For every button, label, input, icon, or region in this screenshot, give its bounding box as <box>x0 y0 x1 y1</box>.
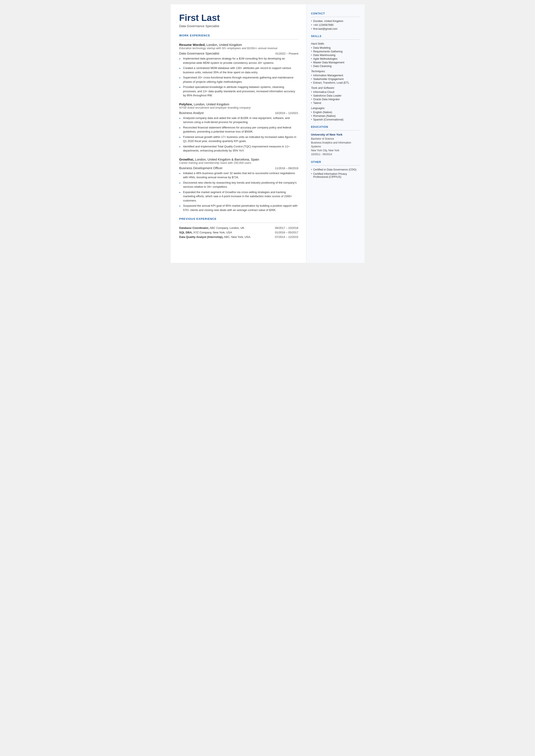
contact-email: first.last@gmail.com <box>311 27 360 30</box>
bullet-2-1: Analyzed company data and aided the sale… <box>179 116 298 124</box>
techniques-label: Techniques: <box>311 70 360 73</box>
edu-school: University of New York <box>311 133 360 136</box>
contact-heading: CONTACT <box>311 12 360 15</box>
bullet-1-3: Supervised 20+ cross-functional teams th… <box>179 75 298 84</box>
skill-romanian: Romanian (Native) <box>311 114 360 118</box>
prev-dates-3: 07/2014 – 12/2015 <box>275 235 298 238</box>
skill-salesforce: Salesforce Data Loader <box>311 94 360 97</box>
contact-address: Dundee, United Kingdom <box>311 20 360 23</box>
job-row-1: Data Governance Specialist 01/2022 – Pre… <box>179 51 298 55</box>
skill-spanish: Spanish (Conversational) <box>311 118 360 121</box>
employer-polyhire: Polyhire, London, United Kingdom NYSE-li… <box>179 102 298 153</box>
skill-master-data: Master Data Management <box>311 61 360 64</box>
employer-name-1: Resume Worded, London, United Kingdom <box>179 43 298 46</box>
job-title-3: Business Development Officer <box>179 166 223 170</box>
education-heading: EDUCATION <box>311 126 360 128</box>
contact-phone: +44 1234567890 <box>311 23 360 26</box>
skill-data-cleansing: Data Cleansing <box>311 65 360 68</box>
languages-label: Languages: <box>311 107 360 110</box>
employer-desc-1: Education technology startup with 50+ em… <box>179 46 298 50</box>
other-cdg: Certified in Data Governance (CDG) <box>311 168 360 171</box>
edu-degree: Bachelor of ScienceBusiness Analytics an… <box>311 137 360 156</box>
other-heading: OTHER <box>311 160 360 164</box>
skill-etl: Extract, Transform, Load (ETL <box>311 81 360 84</box>
bullet-2-4: Identified and implemented Total Quality… <box>179 144 298 153</box>
prev-exp-1: Database Coordinator, ABC Company, Londo… <box>179 226 298 230</box>
right-column: CONTACT Dundee, United Kingdom +44 12345… <box>306 4 365 263</box>
employer-desc-2: NYSE-listed recruitment and employer bra… <box>179 106 298 109</box>
prev-dates-1: 06/2017 – 10/2018 <box>275 226 298 230</box>
skill-info-management: Information Management <box>311 74 360 77</box>
skill-data-warehousing: Data Warehousing <box>311 54 360 57</box>
skill-oracle: Oracle Data Integrator <box>311 98 360 101</box>
bullet-1-2: Created a centralized MDM database with … <box>179 66 298 74</box>
bullet-3-2: Discovered new clients by researching ke… <box>179 181 298 189</box>
prev-exp-2: SQL DBA, XYZ Company, New York, USA 01/2… <box>179 231 298 234</box>
previous-experience-heading: PREVIOUS EXPERIENCE <box>179 217 298 220</box>
person-name: First Last <box>179 13 298 23</box>
skill-stakeholder: Stakeholder Engagement <box>311 78 360 81</box>
person-title: Data Governance Specialist <box>179 24 298 28</box>
job-title-1: Data Governance Specialist <box>179 51 219 55</box>
tools-label: Tools and Software: <box>311 86 360 90</box>
skill-informatica: Informatica Cloud <box>311 91 360 94</box>
resume-container: First Last Data Governance Specialist WO… <box>171 4 365 263</box>
job-dates-1: 01/2022 – Present <box>275 52 298 55</box>
bullet-list-2: Analyzed company data and aided the sale… <box>179 116 298 153</box>
bullet-1-4: Provided specialized knowledge in attrib… <box>179 85 298 98</box>
other-cipp: Certified Information Privacy Profession… <box>311 172 360 179</box>
skill-agile: Agile Methodologies <box>311 57 360 60</box>
skill-data-modeling: Data Modeling <box>311 46 360 49</box>
job-dates-2: 10/2019 – 12/2021 <box>275 111 298 115</box>
job-dates-3: 11/2018 – 09/2019 <box>275 167 298 170</box>
prev-dates-2: 01/2016 – 05/2017 <box>275 231 298 234</box>
prev-job-label-1: Database Coordinator, ABC Company, Londo… <box>179 226 275 230</box>
education-divider <box>311 130 360 130</box>
employer-growthsi: Growthsi, London, United Kingdom & Barce… <box>179 157 298 212</box>
work-experience-heading: WORK EXPERIENCE <box>179 34 298 37</box>
job-title-2: Business Analyst <box>179 111 204 115</box>
job-row-3: Business Development Officer 11/2018 – 0… <box>179 166 298 170</box>
contact-divider <box>311 17 360 17</box>
prev-exp-3: Data Quality Analyst (Internship), ABC, … <box>179 235 298 238</box>
bullet-3-4: Surpassed the annual KPI goal of 85% mar… <box>179 204 298 212</box>
job-row-2: Business Analyst 10/2019 – 12/2021 <box>179 111 298 115</box>
employer-name-2: Polyhire, London, United Kingdom <box>179 102 298 106</box>
work-experience-divider <box>179 39 298 40</box>
skills-heading: SKILLS <box>311 35 360 38</box>
employer-resume-worded: Resume Worded, London, United Kingdom Ed… <box>179 43 298 98</box>
bullet-list-1: Implemented data governance strategy for… <box>179 56 298 98</box>
skill-requirements-gathering: Requirements Gathering <box>311 50 360 53</box>
bullet-list-3: Initiated a 48% business growth over 32 … <box>179 171 298 212</box>
bullet-1-1: Implemented data governance strategy for… <box>179 56 298 65</box>
bullet-3-3: Expanded the market segment of Growthsi … <box>179 190 298 203</box>
employer-name-3: Growthsi, London, United Kingdom & Barce… <box>179 157 298 161</box>
prev-job-label-2: SQL DBA, XYZ Company, New York, USA <box>179 231 275 234</box>
bullet-3-1: Initiated a 48% business growth over 32 … <box>179 171 298 180</box>
hard-skills-label: Hard Skills: <box>311 42 360 45</box>
bullet-2-3: Fostered annual growth within 17+ busine… <box>179 135 298 143</box>
left-column: First Last Data Governance Specialist WO… <box>171 4 306 263</box>
prev-job-label-3: Data Quality Analyst (Internship), ABC, … <box>179 235 275 238</box>
skill-english: English (Native) <box>311 111 360 114</box>
employer-desc-3: Career training and membership SaaS with… <box>179 161 298 164</box>
skill-talend: Talend <box>311 101 360 104</box>
bullet-2-2: Reconciled financial statement differenc… <box>179 126 298 134</box>
